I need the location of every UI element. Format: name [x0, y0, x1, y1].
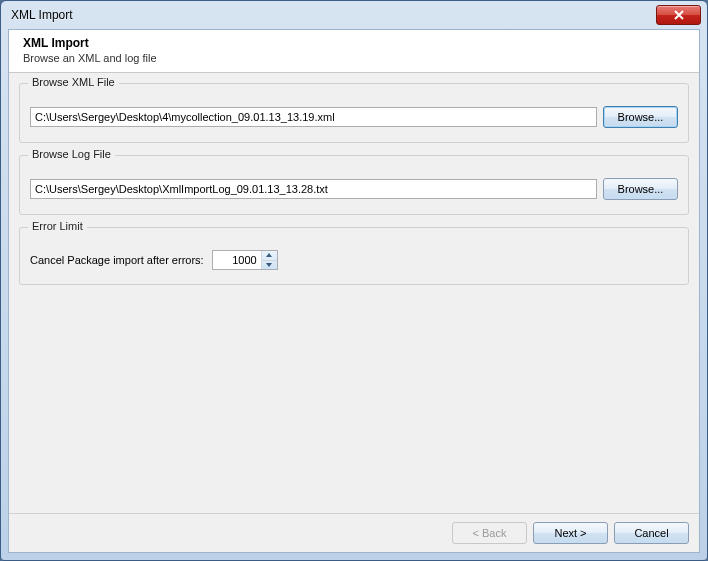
xml-path-input[interactable] — [30, 107, 597, 127]
browse-log-button[interactable]: Browse... — [603, 178, 678, 200]
content-area: Browse XML File Browse... Browse Log Fil… — [9, 73, 699, 513]
group-browse-log-legend: Browse Log File — [28, 148, 115, 160]
group-error-limit: Error Limit Cancel Package import after … — [19, 227, 689, 285]
close-icon — [673, 10, 685, 20]
cancel-button[interactable]: Cancel — [614, 522, 689, 544]
group-browse-log: Browse Log File Browse... — [19, 155, 689, 215]
back-button: < Back — [452, 522, 527, 544]
window-title: XML Import — [11, 8, 656, 22]
error-limit-label: Cancel Package import after errors: — [30, 254, 204, 266]
error-limit-spinner[interactable] — [212, 250, 278, 270]
group-error-limit-legend: Error Limit — [28, 220, 87, 232]
client-area: XML Import Browse an XML and log file Br… — [8, 29, 700, 553]
group-browse-xml: Browse XML File Browse... — [19, 83, 689, 143]
page-title: XML Import — [23, 36, 685, 50]
next-button[interactable]: Next > — [533, 522, 608, 544]
spinner-buttons — [261, 251, 277, 269]
spinner-down-button[interactable] — [262, 261, 277, 270]
spinner-up-button[interactable] — [262, 251, 277, 261]
wizard-footer: < Back Next > Cancel — [9, 513, 699, 552]
log-path-input[interactable] — [30, 179, 597, 199]
titlebar[interactable]: XML Import — [1, 1, 707, 29]
wizard-header: XML Import Browse an XML and log file — [9, 30, 699, 73]
page-subtitle: Browse an XML and log file — [23, 52, 685, 64]
error-limit-input[interactable] — [213, 251, 261, 269]
chevron-up-icon — [266, 253, 272, 257]
chevron-down-icon — [266, 263, 272, 267]
group-browse-xml-legend: Browse XML File — [28, 76, 119, 88]
browse-xml-button[interactable]: Browse... — [603, 106, 678, 128]
xml-import-dialog: XML Import XML Import Browse an XML and … — [0, 0, 708, 561]
close-button[interactable] — [656, 5, 701, 25]
